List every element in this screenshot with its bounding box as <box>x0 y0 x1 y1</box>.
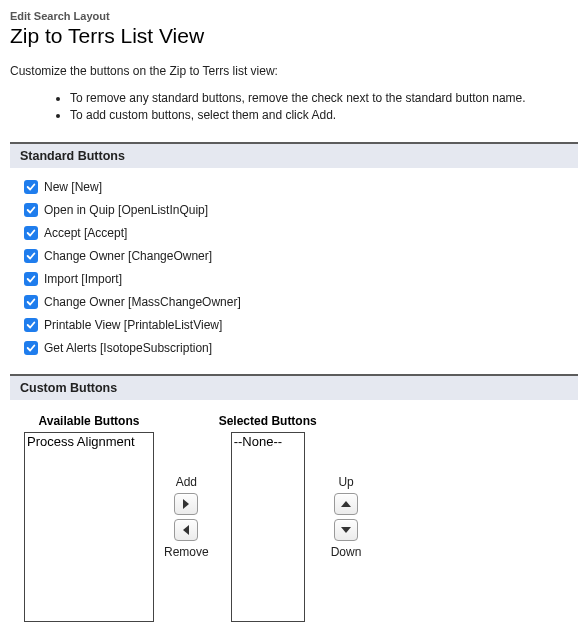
checkbox[interactable] <box>24 272 38 286</box>
remove-label: Remove <box>164 545 209 559</box>
section-custom-buttons: Custom Buttons <box>10 374 578 400</box>
checkbox[interactable] <box>24 295 38 309</box>
selected-option[interactable]: --None-- <box>232 433 304 450</box>
up-label: Up <box>338 475 353 489</box>
check-icon <box>26 228 36 238</box>
checkbox[interactable] <box>24 249 38 263</box>
add-remove-controls: Add Remove <box>154 414 219 620</box>
checkbox-label: Change Owner [ChangeOwner] <box>44 249 212 263</box>
instruction-item: To remove any standard buttons, remove t… <box>70 90 578 107</box>
arrow-down-icon <box>341 526 351 534</box>
breadcrumb: Edit Search Layout <box>10 10 578 22</box>
available-buttons-column: Available Buttons Process Alignment <box>24 414 154 622</box>
available-buttons-title: Available Buttons <box>39 414 140 428</box>
add-label: Add <box>176 475 197 489</box>
standard-button-row: Get Alerts [IsotopeSubscription] <box>24 341 564 355</box>
checkbox-label: Accept [Accept] <box>44 226 127 240</box>
page-title: Zip to Terrs List View <box>10 24 578 48</box>
checkbox[interactable] <box>24 226 38 240</box>
check-icon <box>26 297 36 307</box>
intro-text: Customize the buttons on the Zip to Terr… <box>10 64 578 78</box>
standard-button-row: Printable View [PrintableListView] <box>24 318 564 332</box>
selected-buttons-column: Selected Buttons --None-- <box>219 414 317 622</box>
standard-button-row: Open in Quip [OpenListInQuip] <box>24 203 564 217</box>
standard-buttons-list: New [New]Open in Quip [OpenListInQuip]Ac… <box>10 168 578 374</box>
arrow-up-icon <box>341 500 351 508</box>
standard-button-row: New [New] <box>24 180 564 194</box>
add-button[interactable] <box>174 493 198 515</box>
checkbox[interactable] <box>24 203 38 217</box>
check-icon <box>26 343 36 353</box>
checkbox-label: New [New] <box>44 180 102 194</box>
down-label: Down <box>331 545 362 559</box>
check-icon <box>26 274 36 284</box>
checkbox[interactable] <box>24 180 38 194</box>
standard-button-row: Change Owner [MassChangeOwner] <box>24 295 564 309</box>
checkbox[interactable] <box>24 341 38 355</box>
checkbox-label: Printable View [PrintableListView] <box>44 318 222 332</box>
move-up-button[interactable] <box>334 493 358 515</box>
remove-button[interactable] <box>174 519 198 541</box>
available-option[interactable]: Process Alignment <box>25 433 153 450</box>
section-standard-buttons: Standard Buttons <box>10 142 578 168</box>
reorder-controls: Up Down <box>317 414 376 620</box>
checkbox-label: Change Owner [MassChangeOwner] <box>44 295 241 309</box>
standard-button-row: Change Owner [ChangeOwner] <box>24 249 564 263</box>
selected-buttons-title: Selected Buttons <box>219 414 317 428</box>
check-icon <box>26 205 36 215</box>
check-icon <box>26 251 36 261</box>
checkbox-label: Import [Import] <box>44 272 122 286</box>
instruction-item: To add custom buttons, select them and c… <box>70 107 578 124</box>
arrow-right-icon <box>182 499 190 509</box>
instructions-list: To remove any standard buttons, remove t… <box>10 90 578 124</box>
arrow-left-icon <box>182 525 190 535</box>
custom-buttons-body: Available Buttons Process Alignment Add … <box>10 400 578 622</box>
move-down-button[interactable] <box>334 519 358 541</box>
checkbox[interactable] <box>24 318 38 332</box>
check-icon <box>26 182 36 192</box>
checkbox-label: Get Alerts [IsotopeSubscription] <box>44 341 212 355</box>
checkbox-label: Open in Quip [OpenListInQuip] <box>44 203 208 217</box>
standard-button-row: Accept [Accept] <box>24 226 564 240</box>
standard-button-row: Import [Import] <box>24 272 564 286</box>
check-icon <box>26 320 36 330</box>
selected-buttons-select[interactable]: --None-- <box>231 432 305 622</box>
available-buttons-select[interactable]: Process Alignment <box>24 432 154 622</box>
